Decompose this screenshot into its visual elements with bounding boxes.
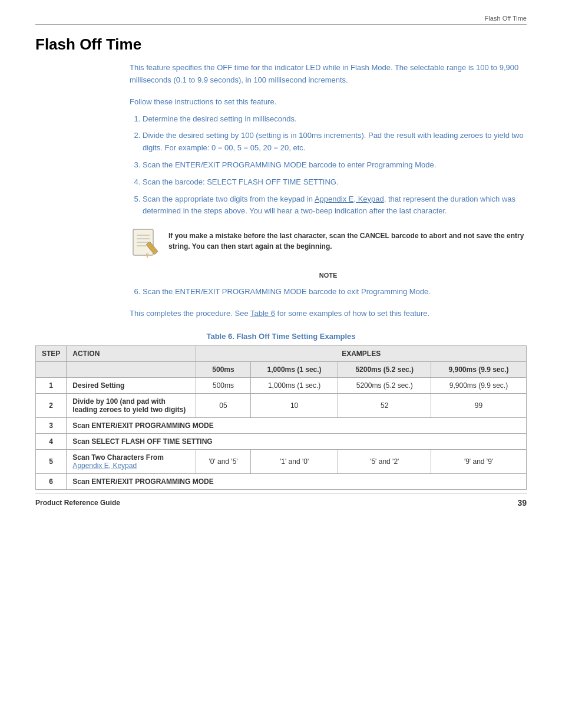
step-number: 4 — [36, 433, 67, 449]
table-row: 3 Scan ENTER/EXIT PROGRAMMING MODE — [36, 417, 527, 433]
table-title: Table 6. Flash Off Time Setting Examples — [35, 332, 527, 341]
header-text: Flash Off Time — [485, 15, 527, 22]
example-header-3: 5200ms (5.2 sec.) — [338, 361, 431, 377]
step-3: Scan the ENTER/EXIT PROGRAMMING MODE bar… — [143, 159, 527, 172]
row2-val4: 99 — [431, 393, 527, 417]
col-action-empty — [67, 361, 196, 377]
row4-action: Scan SELECT FLASH OFF TIME SETTING — [67, 433, 527, 449]
note-icon — [130, 228, 160, 261]
follow-text: Follow these instructions to set this fe… — [130, 97, 527, 106]
footer: Product Reference Guide 39 — [35, 493, 527, 508]
footer-right: 39 — [517, 498, 527, 508]
row1-val2: 1,000ms (1 sec.) — [250, 377, 338, 393]
procedure-end: This completes the procedure. See Table … — [130, 308, 527, 320]
row1-val4: 9,900ms (9.9 sec.) — [431, 377, 527, 393]
note-content: If you make a mistake before the last ch… — [168, 228, 527, 252]
row6-action: Scan ENTER/EXIT PROGRAMMING MODE — [67, 473, 527, 489]
step-2: Divide the desired setting by 100 (setti… — [143, 130, 527, 154]
step-number: 1 — [36, 377, 67, 393]
row5-val1: '0' and '5' — [196, 449, 250, 473]
row2-val3: 52 — [338, 393, 431, 417]
step-6-wrapper: Scan the ENTER/EXIT PROGRAMMING MODE bar… — [130, 286, 527, 298]
note-box: If you make a mistake before the last ch… — [130, 228, 527, 261]
row5-action: Scan Two Characters From Appendix E, Key… — [67, 449, 196, 473]
header-label: Flash Off Time — [35, 15, 527, 25]
col-step-empty — [36, 361, 67, 377]
table6-link[interactable]: Table 6 — [250, 309, 275, 318]
row1-val1: 500ms — [196, 377, 250, 393]
row2-val1: 05 — [196, 393, 250, 417]
instructions-list: Determine the desired setting in millise… — [130, 113, 527, 218]
step-number: 3 — [36, 417, 67, 433]
step-number: 6 — [36, 473, 67, 489]
footer-left: Product Reference Guide — [35, 499, 120, 507]
table-row: 6 Scan ENTER/EXIT PROGRAMMING MODE — [36, 473, 527, 489]
example-header-2: 1,000ms (1 sec.) — [250, 361, 338, 377]
page: Flash Off Time Flash Off Time This featu… — [0, 0, 562, 525]
note-label: NOTE — [130, 272, 527, 279]
row5-val3: '5' and '2' — [338, 449, 431, 473]
row1-val3: 5200ms (5.2 sec.) — [338, 377, 431, 393]
row1-action: Desired Setting — [67, 377, 196, 393]
row5-val4: '9' and '9' — [431, 449, 527, 473]
row3-action: Scan ENTER/EXIT PROGRAMMING MODE — [67, 417, 527, 433]
step-6: Scan the ENTER/EXIT PROGRAMMING MODE bar… — [143, 286, 527, 298]
row2-val2: 10 — [250, 393, 338, 417]
step-1: Determine the desired setting in millise… — [143, 113, 527, 126]
page-title: Flash Off Time — [35, 35, 527, 54]
col-examples: EXAMPLES — [196, 345, 527, 361]
step-5: Scan the appropriate two digits from the… — [143, 193, 527, 218]
row2-action: Divide by 100 (and pad with leading zero… — [67, 393, 196, 417]
table-row: 2 Divide by 100 (and pad with leading ze… — [36, 393, 527, 417]
row5-action-link[interactable]: Appendix E, Keypad — [72, 462, 137, 470]
row5-action-line1: Scan Two Characters From — [72, 453, 164, 462]
svg-marker-6 — [146, 255, 148, 259]
col-action: ACTION — [67, 345, 196, 361]
step-number: 2 — [36, 393, 67, 417]
intro-text: This feature specifies the OFF time for … — [130, 62, 527, 87]
note-svg-icon — [130, 228, 160, 261]
table-row: 5 Scan Two Characters From Appendix E, K… — [36, 449, 527, 473]
example-header-1: 500ms — [196, 361, 250, 377]
appendix-e-link[interactable]: Appendix E, Keypad — [315, 195, 384, 203]
flash-off-time-table: STEP ACTION EXAMPLES 500ms 1,000ms (1 se… — [35, 345, 527, 490]
table-row: 4 Scan SELECT FLASH OFF TIME SETTING — [36, 433, 527, 449]
step-number: 5 — [36, 449, 67, 473]
step-4: Scan the barcode: SELECT FLASH OFF TIME … — [143, 176, 527, 189]
row5-val2: '1' and '0' — [250, 449, 338, 473]
col-step: STEP — [36, 345, 67, 361]
table-row: 1 Desired Setting 500ms 1,000ms (1 sec.)… — [36, 377, 527, 393]
example-header-4: 9,900ms (9.9 sec.) — [431, 361, 527, 377]
